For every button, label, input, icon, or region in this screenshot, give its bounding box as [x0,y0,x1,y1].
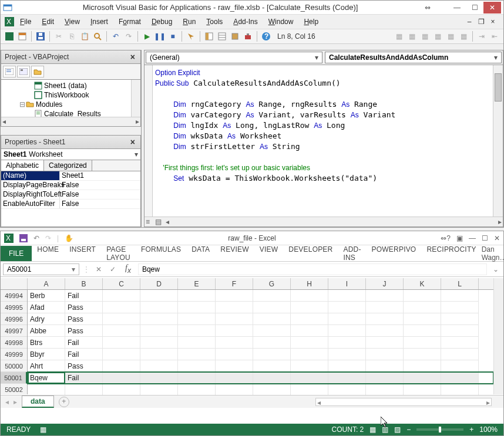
cell[interactable]: Fail [65,372,103,384]
cell[interactable] [328,290,366,302]
fx-icon[interactable]: fx [125,263,131,275]
toolbox-icon[interactable] [243,31,253,42]
cell[interactable]: Fail [65,290,103,302]
redo-icon[interactable]: ↷ [123,31,134,42]
cell[interactable] [178,337,216,349]
cell[interactable] [140,337,178,349]
excel-maximize-button[interactable]: ☐ [482,234,488,242]
mdi-minimize-button[interactable]: – [465,18,474,26]
sheet-hscroll[interactable]: ◂▸ [315,398,492,406]
cell[interactable] [328,302,366,313]
cell[interactable] [441,290,479,302]
project-tree[interactable]: Sheet1 (data) ThisWorkbook ⊟Modules Calc… [1,80,141,127]
full-module-view-icon[interactable]: ▤ [155,218,162,226]
help-icon[interactable]: ? [261,31,271,42]
sheet-nav-prev-icon[interactable]: ◂ [5,398,9,406]
cell[interactable] [216,372,253,384]
toggle-folders-icon[interactable] [31,66,44,77]
save-icon[interactable] [35,31,46,42]
cell[interactable] [291,349,328,360]
ribbon-tab-data[interactable]: DATA [186,242,215,265]
find-icon[interactable] [92,31,103,42]
cell[interactable] [441,313,479,325]
project-panel-close-icon[interactable]: × [129,52,137,62]
qat-touch-icon[interactable]: ✋ [65,234,73,242]
menu-view[interactable]: View [59,16,85,28]
cell[interactable] [253,302,291,313]
mdi-restore-button[interactable]: ❐ [476,18,486,26]
cell[interactable] [216,290,253,302]
run-icon[interactable]: ▶ [142,31,152,42]
zoom-out-button[interactable]: − [406,425,411,434]
col-header-I[interactable]: I [328,278,366,289]
vbe-close-button[interactable]: ✕ [483,2,501,13]
cell[interactable] [366,372,404,384]
excel-app-icon[interactable]: X [4,234,14,243]
cell[interactable] [216,302,253,313]
worksheet-grid[interactable]: ABCDEFGHIJKL 499944999549996499974999849… [1,278,503,418]
cell[interactable] [404,337,441,349]
excel-ribbon-options-icon[interactable]: ▣ [456,234,463,242]
cell[interactable] [253,290,291,302]
toolbar-extra-icon[interactable]: ▦ [458,31,469,42]
view-object-icon[interactable] [17,66,30,77]
cell[interactable] [140,384,178,396]
zoom-slider[interactable] [416,428,463,431]
excel-minimize-button[interactable]: — [469,234,476,242]
cell[interactable] [216,313,253,325]
cells-area[interactable]: BerbFailAfadPassAdryPassAbbePassBtrsFail… [28,290,493,394]
cell[interactable] [404,313,441,325]
mdi-restore-icon[interactable]: ⇔ [425,4,431,12]
cell[interactable]: Berb [28,290,65,302]
ribbon-tab-home[interactable]: HOME [32,242,64,265]
property-value[interactable]: False [60,190,140,199]
cell[interactable] [65,384,103,396]
col-header-C[interactable]: C [103,278,140,289]
macro-record-icon[interactable]: ▦ [40,425,46,434]
tree-thisworkbook[interactable]: ThisWorkbook [44,91,89,99]
properties-tab-categorized[interactable]: Categorized [44,160,92,171]
cut-icon[interactable]: ✂ [53,31,64,42]
column-headers[interactable]: ABCDEFGHIJKL [1,278,493,290]
row-header[interactable]: 49995 [1,302,27,313]
cell[interactable] [140,313,178,325]
ribbon-tab-developer[interactable]: DEVELOPER [283,242,338,265]
cell[interactable] [328,325,366,337]
col-header-L[interactable]: L [441,278,479,289]
qat-undo-icon[interactable]: ↶ [33,234,39,242]
cell[interactable] [28,384,65,396]
cell[interactable] [404,384,441,396]
paste-icon[interactable]: 📋 [79,31,90,42]
toolbar-extra-icon[interactable]: ▦ [406,31,417,42]
row-header[interactable]: 50000 [1,360,27,372]
expand-formula-icon[interactable]: ⌄ [490,265,501,273]
project-vscroll[interactable] [131,80,140,117]
cell[interactable] [291,313,328,325]
view-excel-icon[interactable] [4,31,15,42]
cell[interactable] [103,302,140,313]
cell[interactable] [103,313,140,325]
cell[interactable] [404,290,441,302]
cell[interactable] [178,325,216,337]
ribbon-tab-reciprocity[interactable]: RECIPROCITY [421,242,481,265]
ribbon-file-tab[interactable]: FILE [1,246,32,261]
row-header[interactable]: 50002 [1,384,27,396]
cell[interactable] [291,372,328,384]
properties-grid[interactable]: (Name)Sheet1DisplayPageBreaksFalseDispla… [1,171,141,227]
select-all-corner[interactable] [1,278,28,289]
view-normal-icon[interactable]: ▦ [369,425,376,434]
cell[interactable] [441,384,479,396]
cell[interactable]: Btrs [28,337,65,349]
col-header-B[interactable]: B [65,278,103,289]
row-header[interactable]: 49994 [1,290,27,302]
properties-tab-alphabetic[interactable]: Alphabetic [1,160,44,171]
cell[interactable] [366,349,404,360]
cell[interactable] [140,290,178,302]
row-header[interactable]: 49999 [1,349,27,360]
col-header-A[interactable]: A [28,278,65,289]
undo-icon[interactable]: ↶ [110,31,121,42]
project-panel-header[interactable]: Project - VBAProject × [1,50,141,64]
cell[interactable] [328,372,366,384]
cell[interactable] [366,337,404,349]
cell[interactable] [103,372,140,384]
